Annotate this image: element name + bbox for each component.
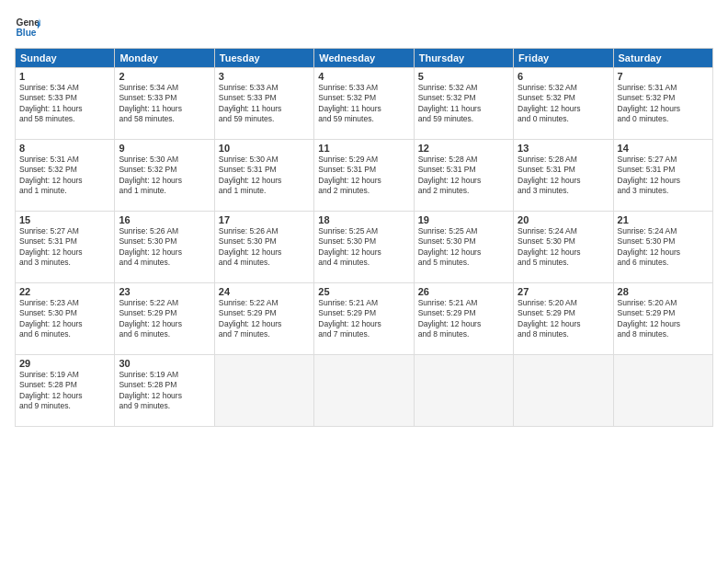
day-info: Sunrise: 5:20 AM Sunset: 5:29 PM Dayligh…: [518, 298, 609, 340]
calendar-cell: 10Sunrise: 5:30 AM Sunset: 5:31 PM Dayli…: [214, 140, 313, 212]
calendar-cell: 21Sunrise: 5:24 AM Sunset: 5:30 PM Dayli…: [613, 212, 712, 283]
calendar-cell: 24Sunrise: 5:22 AM Sunset: 5:29 PM Dayli…: [214, 283, 313, 355]
calendar-table: SundayMondayTuesdayWednesdayThursdayFrid…: [15, 48, 713, 427]
day-number: 2: [119, 71, 210, 82]
calendar-cell: 15Sunrise: 5:27 AM Sunset: 5:31 PM Dayli…: [16, 212, 115, 283]
col-header-monday: Monday: [115, 49, 214, 68]
day-info: Sunrise: 5:24 AM Sunset: 5:30 PM Dayligh…: [618, 226, 709, 269]
week-row-3: 22Sunrise: 5:23 AM Sunset: 5:30 PM Dayli…: [16, 283, 713, 355]
calendar-cell: 5Sunrise: 5:32 AM Sunset: 5:32 PM Daylig…: [414, 68, 513, 140]
day-info: Sunrise: 5:27 AM Sunset: 5:31 PM Dayligh…: [618, 155, 709, 197]
day-info: Sunrise: 5:28 AM Sunset: 5:31 PM Dayligh…: [418, 155, 509, 197]
day-number: 10: [219, 143, 310, 154]
day-number: 27: [518, 286, 609, 297]
calendar-cell: 17Sunrise: 5:26 AM Sunset: 5:30 PM Dayli…: [214, 212, 313, 283]
col-header-tuesday: Tuesday: [214, 49, 313, 68]
day-info: Sunrise: 5:32 AM Sunset: 5:32 PM Dayligh…: [518, 83, 609, 125]
day-number: 22: [19, 286, 110, 297]
day-info: Sunrise: 5:21 AM Sunset: 5:29 PM Dayligh…: [418, 298, 509, 340]
day-number: 11: [318, 143, 409, 154]
calendar-cell: 29Sunrise: 5:19 AM Sunset: 5:28 PM Dayli…: [16, 355, 115, 427]
calendar-cell: 13Sunrise: 5:28 AM Sunset: 5:31 PM Dayli…: [514, 140, 613, 212]
calendar-cell: 23Sunrise: 5:22 AM Sunset: 5:29 PM Dayli…: [115, 283, 214, 355]
day-info: Sunrise: 5:27 AM Sunset: 5:31 PM Dayligh…: [19, 226, 110, 269]
day-info: Sunrise: 5:30 AM Sunset: 5:31 PM Dayligh…: [219, 155, 310, 197]
calendar-cell: 30Sunrise: 5:19 AM Sunset: 5:28 PM Dayli…: [115, 355, 214, 427]
day-number: 6: [518, 71, 609, 82]
col-header-thursday: Thursday: [414, 49, 513, 68]
day-info: Sunrise: 5:19 AM Sunset: 5:28 PM Dayligh…: [19, 370, 110, 412]
week-row-0: 1Sunrise: 5:34 AM Sunset: 5:33 PM Daylig…: [16, 68, 713, 140]
calendar-cell: 3Sunrise: 5:33 AM Sunset: 5:33 PM Daylig…: [214, 68, 313, 140]
day-info: Sunrise: 5:21 AM Sunset: 5:29 PM Dayligh…: [318, 298, 409, 340]
day-number: 30: [119, 358, 210, 369]
day-info: Sunrise: 5:25 AM Sunset: 5:30 PM Dayligh…: [318, 226, 409, 269]
day-info: Sunrise: 5:29 AM Sunset: 5:31 PM Dayligh…: [318, 155, 409, 197]
day-info: Sunrise: 5:22 AM Sunset: 5:29 PM Dayligh…: [119, 298, 210, 340]
day-info: Sunrise: 5:26 AM Sunset: 5:30 PM Dayligh…: [119, 226, 210, 269]
calendar-cell: 16Sunrise: 5:26 AM Sunset: 5:30 PM Dayli…: [115, 212, 214, 283]
day-number: 12: [418, 143, 509, 154]
calendar-cell: 11Sunrise: 5:29 AM Sunset: 5:31 PM Dayli…: [314, 140, 414, 212]
day-number: 25: [318, 286, 409, 297]
day-info: Sunrise: 5:32 AM Sunset: 5:32 PM Dayligh…: [418, 83, 509, 125]
calendar-cell: [314, 355, 414, 427]
day-number: 4: [318, 71, 409, 82]
day-number: 19: [418, 214, 509, 225]
calendar-cell: 27Sunrise: 5:20 AM Sunset: 5:29 PM Dayli…: [514, 283, 613, 355]
day-info: Sunrise: 5:31 AM Sunset: 5:32 PM Dayligh…: [19, 155, 110, 197]
day-number: 16: [119, 214, 210, 225]
week-row-4: 29Sunrise: 5:19 AM Sunset: 5:28 PM Dayli…: [16, 355, 713, 427]
col-header-sunday: Sunday: [16, 49, 115, 68]
calendar-cell: 20Sunrise: 5:24 AM Sunset: 5:30 PM Dayli…: [514, 212, 613, 283]
logo-icon: General Blue: [15, 15, 40, 40]
day-info: Sunrise: 5:19 AM Sunset: 5:28 PM Dayligh…: [119, 370, 210, 412]
day-number: 5: [418, 71, 509, 82]
day-info: Sunrise: 5:22 AM Sunset: 5:29 PM Dayligh…: [219, 298, 310, 340]
day-number: 14: [618, 143, 709, 154]
calendar-cell: 22Sunrise: 5:23 AM Sunset: 5:30 PM Dayli…: [16, 283, 115, 355]
week-row-1: 8Sunrise: 5:31 AM Sunset: 5:32 PM Daylig…: [16, 140, 713, 212]
header: General Blue: [15, 15, 713, 40]
calendar-cell: 28Sunrise: 5:20 AM Sunset: 5:29 PM Dayli…: [613, 283, 712, 355]
day-number: 18: [318, 214, 409, 225]
calendar-cell: 7Sunrise: 5:31 AM Sunset: 5:32 PM Daylig…: [613, 68, 712, 140]
day-number: 20: [518, 214, 609, 225]
calendar-cell: 2Sunrise: 5:34 AM Sunset: 5:33 PM Daylig…: [115, 68, 214, 140]
day-number: 9: [119, 143, 210, 154]
calendar-cell: 12Sunrise: 5:28 AM Sunset: 5:31 PM Dayli…: [414, 140, 513, 212]
svg-text:Blue: Blue: [17, 28, 37, 38]
day-number: 28: [618, 286, 709, 297]
calendar-cell: [514, 355, 613, 427]
day-info: Sunrise: 5:28 AM Sunset: 5:31 PM Dayligh…: [518, 155, 609, 197]
day-number: 15: [19, 214, 110, 225]
day-number: 26: [418, 286, 509, 297]
day-number: 17: [219, 214, 310, 225]
logo: General Blue: [15, 15, 44, 40]
calendar-cell: 14Sunrise: 5:27 AM Sunset: 5:31 PM Dayli…: [613, 140, 712, 212]
calendar-cell: 1Sunrise: 5:34 AM Sunset: 5:33 PM Daylig…: [16, 68, 115, 140]
day-info: Sunrise: 5:34 AM Sunset: 5:33 PM Dayligh…: [119, 83, 210, 125]
day-info: Sunrise: 5:23 AM Sunset: 5:30 PM Dayligh…: [19, 298, 110, 340]
day-info: Sunrise: 5:30 AM Sunset: 5:32 PM Dayligh…: [119, 155, 210, 197]
calendar-cell: 9Sunrise: 5:30 AM Sunset: 5:32 PM Daylig…: [115, 140, 214, 212]
day-info: Sunrise: 5:34 AM Sunset: 5:33 PM Dayligh…: [19, 83, 110, 125]
day-info: Sunrise: 5:33 AM Sunset: 5:33 PM Dayligh…: [219, 83, 310, 125]
calendar-cell: [613, 355, 712, 427]
calendar-cell: 4Sunrise: 5:33 AM Sunset: 5:32 PM Daylig…: [314, 68, 414, 140]
week-row-2: 15Sunrise: 5:27 AM Sunset: 5:31 PM Dayli…: [16, 212, 713, 283]
day-info: Sunrise: 5:24 AM Sunset: 5:30 PM Dayligh…: [518, 226, 609, 269]
calendar-header-row: SundayMondayTuesdayWednesdayThursdayFrid…: [16, 49, 713, 68]
day-number: 29: [19, 358, 110, 369]
day-number: 23: [119, 286, 210, 297]
page: General Blue SundayMondayTuesdayWednesda…: [0, 0, 728, 563]
col-header-friday: Friday: [514, 49, 613, 68]
col-header-wednesday: Wednesday: [314, 49, 414, 68]
day-number: 13: [518, 143, 609, 154]
calendar-cell: 19Sunrise: 5:25 AM Sunset: 5:30 PM Dayli…: [414, 212, 513, 283]
day-info: Sunrise: 5:31 AM Sunset: 5:32 PM Dayligh…: [618, 83, 709, 125]
calendar-cell: 6Sunrise: 5:32 AM Sunset: 5:32 PM Daylig…: [514, 68, 613, 140]
calendar-cell: [414, 355, 513, 427]
day-number: 3: [219, 71, 310, 82]
calendar-cell: 8Sunrise: 5:31 AM Sunset: 5:32 PM Daylig…: [16, 140, 115, 212]
